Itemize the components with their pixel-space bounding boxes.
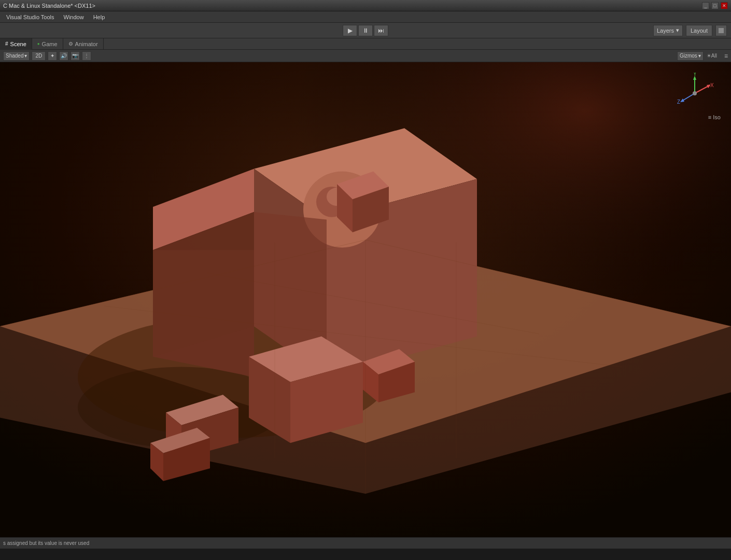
svg-text:Y: Y [693, 73, 697, 77]
pause-button[interactable]: ⏸ [358, 25, 373, 36]
all-label: ☀All [707, 53, 717, 59]
minimize-button[interactable]: _ [702, 2, 709, 9]
lighting-button[interactable]: ✦ [48, 51, 57, 61]
scene-tab-label: Scene [10, 41, 26, 47]
game-tab-label: Game [42, 41, 58, 47]
effects-button[interactable]: 📷 [71, 51, 80, 61]
svg-text:Z: Z [677, 99, 680, 105]
title-bar: C Mac & Linux Standalone* <DX11> _ □ ✕ [0, 0, 731, 11]
layers-dropdown-arrow: ▾ [676, 27, 679, 34]
status-message: s assigned but its value is never used [3, 540, 89, 546]
scene-tab-icon: # [5, 41, 8, 47]
axis-gizmo[interactable]: X Y Z [674, 73, 715, 114]
svg-line-42 [695, 86, 709, 93]
scene-background [0, 62, 731, 549]
layers-label: Layers [657, 27, 674, 34]
scene-toolbar: Shaded ▾ 2D ✦ 🔊 📷 ⋮ Gizmos ▾ ☀All ≡ [0, 50, 731, 62]
layers-dropdown[interactable]: Layers ▾ [653, 25, 683, 36]
menu-window[interactable]: Window [60, 13, 88, 21]
svg-rect-0 [719, 28, 724, 33]
toolbar-right: Layers ▾ Layout [653, 25, 727, 36]
svg-text:X: X [710, 82, 714, 88]
tab-animator[interactable]: ⚙ Animator [63, 38, 104, 50]
main-toolbar: ▶ ⏸ ⏭ Layers ▾ Layout [0, 23, 731, 38]
svg-line-44 [682, 93, 695, 101]
tab-bar: # Scene ● Game ⚙ Animator [0, 38, 731, 50]
menu-help[interactable]: Help [89, 13, 109, 21]
animator-tab-icon: ⚙ [68, 41, 73, 47]
layout-button[interactable]: Layout [686, 25, 712, 36]
menu-bar: Visual Studio Tools Window Help [0, 11, 731, 23]
game-tab-icon: ● [37, 41, 40, 46]
status-bar: s assigned but its value is never used [0, 537, 731, 549]
tab-game[interactable]: ● Game [32, 38, 63, 50]
menu-visual-studio-tools[interactable]: Visual Studio Tools [2, 13, 59, 21]
hidden-objects-button[interactable]: ⋮ [82, 51, 91, 61]
shaded-dropdown[interactable]: Shaded ▾ [3, 51, 30, 61]
account-icon-button[interactable] [715, 25, 727, 36]
iso-label[interactable]: ≡ Iso [708, 114, 721, 120]
gizmos-dropdown[interactable]: Gizmos ▾ [677, 51, 704, 61]
maximize-button[interactable]: □ [711, 2, 719, 9]
window-title: C Mac & Linux Standalone* <DX11> [3, 3, 95, 9]
audio-button[interactable]: 🔊 [59, 51, 68, 61]
scene-viewport[interactable]: X Y Z ≡ Iso s assigned but its value is … [0, 62, 731, 549]
play-button[interactable]: ▶ [343, 25, 357, 36]
scene-toolbar-right: Gizmos ▾ ☀All ≡ [677, 51, 728, 61]
close-button[interactable]: ✕ [721, 2, 728, 9]
animator-tab-label: Animator [75, 41, 98, 47]
svg-point-46 [693, 91, 697, 95]
tab-scene[interactable]: # Scene [0, 38, 32, 50]
title-controls: _ □ ✕ [702, 2, 728, 9]
iso-text: ≡ Iso [708, 114, 721, 120]
step-button[interactable]: ⏭ [374, 25, 388, 36]
2d-button[interactable]: 2D [32, 51, 46, 61]
expand-scene-icon[interactable]: ≡ [724, 52, 728, 60]
